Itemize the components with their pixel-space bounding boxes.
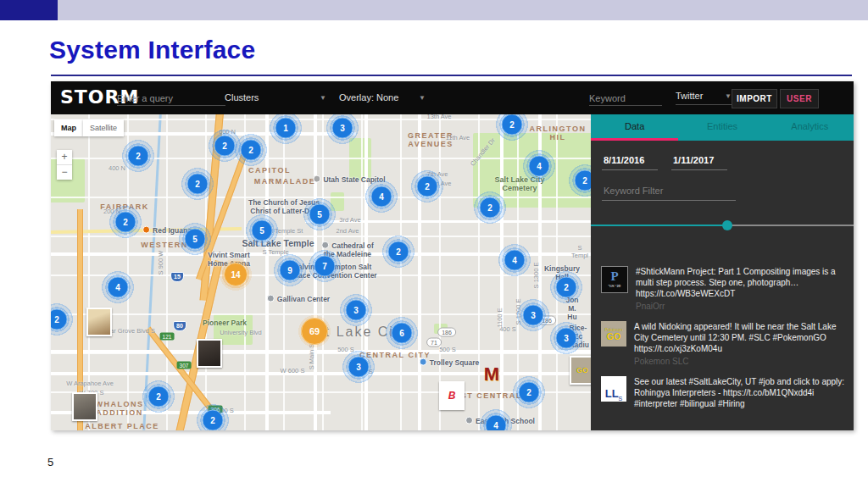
chevron-down-icon: ▼ [419,94,426,102]
end-date-field[interactable] [671,154,727,170]
storm-app-screenshot: STORM Clusters ▼ Overlay: None ▼ Twitter… [51,81,854,430]
map-cluster[interactable]: 3 [323,114,362,147]
map-cluster[interactable]: 4 [98,268,137,307]
cluster-count: 2 [417,176,438,197]
title-divider [51,75,852,76]
map-cluster[interactable]: 9 [270,251,309,290]
map-type-satellite-button[interactable]: Satellite [83,119,124,136]
cluster-count: 2 [480,197,501,219]
pnai-or-logo: Pפני אור [601,266,628,293]
map-cluster[interactable]: 2 [119,136,158,175]
portrait-light-photo[interactable] [86,308,112,336]
tweet-item[interactable]: LLSSee our latest #SaltLakeCity, UT #job… [591,368,854,411]
import-button[interactable]: IMPORT [732,89,777,108]
cluster-count: 3 [523,305,544,326]
cluster-count: 2 [115,212,136,233]
map-label: ALBERT PLACE [85,422,159,430]
tweet-item[interactable]: Pפני אור#ShtickMann Project: Part 1 Comp… [591,258,854,313]
slider-track-filled [591,225,727,226]
map-cluster[interactable]: 7 [305,247,344,286]
pokemon-thumb[interactable]: GO [570,356,591,385]
start-date-field[interactable] [602,154,658,170]
cluster-count: 5 [309,204,331,225]
cluster-count: 4 [529,156,550,177]
source-dropdown[interactable]: Twitter ▼ [676,91,732,105]
route-shield: 121 [160,333,175,341]
tab-analytics[interactable]: Analytics [766,114,854,141]
chevron-down-icon: ▼ [320,94,326,102]
portrait-dark-photo[interactable] [197,339,222,368]
map-cluster[interactable]: 3 [339,347,378,386]
keyword-filter-field[interactable] [602,185,736,201]
cluster-count: 2 [203,410,224,431]
map-cluster[interactable]: 69 [295,312,334,351]
panel-tabs: DataEntitiesAnalytics [591,114,854,141]
cluster-count: 14 [224,263,248,286]
map-cluster[interactable]: 2 [408,167,447,206]
cluster-count: 2 [519,382,540,403]
tweet-text: See our latest #SaltLakeCity, UT #job an… [634,376,848,409]
map-type-map-button[interactable]: Map [54,119,83,136]
header-navy-block [0,0,58,20]
cluster-count: 2 [502,114,523,136]
overlay-dropdown[interactable]: Overlay: None ▼ [339,92,426,103]
map-cluster[interactable]: 4 [495,241,534,280]
map-cluster[interactable]: 2 [470,188,509,227]
chevron-down-icon: ▼ [725,92,732,100]
tab-entities[interactable]: Entities [678,114,765,141]
map-cluster[interactable]: 2 [565,161,591,200]
zoom-out-button[interactable]: − [57,164,72,180]
time-slider[interactable] [591,220,854,230]
restaurant-logo[interactable]: B [439,381,465,410]
route-shield: 186 [437,328,456,337]
tweet-username: Pokemon SLC [634,357,848,366]
map-cluster[interactable]: 3 [337,291,376,330]
side-panel: DataEntitiesAnalytics Pפני אור#ShtickMan… [591,114,854,430]
map-cluster[interactable]: 2 [106,202,145,241]
map-cluster[interactable]: 2 [51,300,76,339]
map-label: W Arapahoe Ave [66,380,114,388]
map-cluster[interactable]: 4 [520,147,559,186]
slider-thumb[interactable] [722,220,732,230]
map-cluster[interactable]: 4 [476,406,515,430]
tab-data[interactable]: Data [591,114,678,141]
cluster-count: 4 [371,186,392,208]
map[interactable]: Map Satellite + − GREATER AVENUESARLINGT… [51,114,591,430]
cluster-count: 4 [486,415,507,431]
map-cluster[interactable]: 5 [300,195,339,234]
clusters-dropdown[interactable]: Clusters ▼ [225,92,326,103]
map-cluster[interactable]: 5 [175,219,214,258]
map-cluster[interactable]: 2 [139,377,178,416]
keyword-input[interactable] [589,92,662,106]
cluster-count: 2 [187,174,209,195]
arterial-road [305,220,591,223]
map-cluster[interactable]: 2 [193,401,232,430]
slide-page-number: 5 [47,456,53,469]
route-shield: 71 [426,338,442,347]
m-school-logo[interactable]: M [484,363,499,385]
slide: System Interface 5 STORM Clusters ▼ Over… [0,0,868,488]
map-cluster[interactable]: 1 [266,114,305,147]
map-cluster[interactable]: 2 [492,114,531,144]
cluster-count: 2 [241,140,262,161]
tweet-text: #ShtickMann Project: Part 1 Compositing … [636,266,849,299]
tweet-item[interactable]: GOPokémonA wild Nidoking appeared! It wi… [591,313,854,368]
map-cluster[interactable]: 2 [231,130,270,169]
map-cluster[interactable]: 2 [178,164,217,203]
map-cluster[interactable]: 14 [216,255,255,294]
map-cluster[interactable]: 5 [242,211,281,250]
user-button[interactable]: USER [780,89,819,108]
bird-photo[interactable] [72,392,97,421]
app-toolbar: STORM Clusters ▼ Overlay: None ▼ Twitter… [51,81,854,114]
query-input[interactable] [117,92,225,106]
map-cluster[interactable]: 6 [382,313,421,352]
map-cluster[interactable]: 3 [547,319,586,358]
zoom-in-button[interactable]: + [57,150,72,164]
cluster-count: 5 [185,229,206,250]
arterial-road [418,114,421,430]
cluster-count: 5 [252,220,273,241]
map-cluster[interactable]: 2 [379,232,418,271]
map-cluster[interactable]: 4 [362,177,401,216]
map-label: GREATER AVENUES [408,131,453,149]
tweet-username: PnaiOrr [636,302,849,311]
